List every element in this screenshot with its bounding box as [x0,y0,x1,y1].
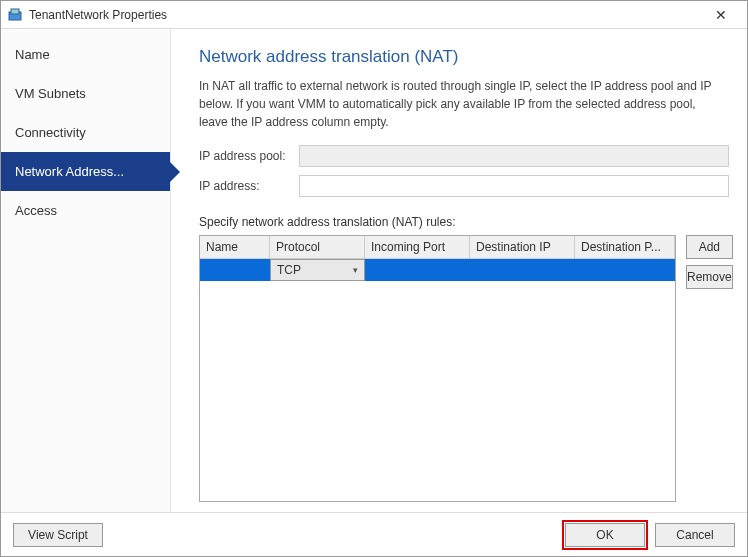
sidebar-item-vm-subnets[interactable]: VM Subnets [1,74,170,113]
cell-destination-port[interactable] [575,259,675,281]
footer: View Script OK Cancel [1,512,747,556]
chevron-down-icon: ▾ [353,265,358,275]
col-name[interactable]: Name [200,236,270,258]
remove-button[interactable]: Remove [686,265,733,289]
grid-body: TCP ▾ [200,259,675,501]
view-script-button[interactable]: View Script [13,523,103,547]
main-panel: Network address translation (NAT) In NAT… [171,29,747,512]
ok-button[interactable]: OK [565,523,645,547]
col-protocol[interactable]: Protocol [270,236,365,258]
close-icon[interactable]: ✕ [701,7,741,23]
rules-label: Specify network address translation (NAT… [199,215,729,229]
cell-protocol-value: TCP [277,263,301,277]
ip-pool-label: IP address pool: [199,149,299,163]
cell-name[interactable] [200,259,270,281]
grid-side-buttons: Add Remove [686,235,733,502]
sidebar-item-network-address[interactable]: Network Address... [1,152,170,191]
col-incoming-port[interactable]: Incoming Port [365,236,470,258]
col-destination-ip[interactable]: Destination IP [470,236,575,258]
page-title: Network address translation (NAT) [199,47,729,67]
add-button[interactable]: Add [686,235,733,259]
cancel-button[interactable]: Cancel [655,523,735,547]
titlebar: TenantNetwork Properties ✕ [1,1,747,29]
rules-area: Name Protocol Incoming Port Destination … [199,235,729,502]
window-title: TenantNetwork Properties [29,8,701,22]
dialog-body: Name VM Subnets Connectivity Network Add… [1,29,747,512]
app-icon [7,7,23,23]
col-destination-port[interactable]: Destination P... [575,236,675,258]
sidebar-item-access[interactable]: Access [1,191,170,230]
cell-protocol-dropdown[interactable]: TCP ▾ [270,259,365,281]
table-row[interactable]: TCP ▾ [200,259,675,281]
ip-pool-field[interactable] [299,145,729,167]
svg-rect-1 [11,9,19,14]
ip-pool-row: IP address pool: [199,145,729,167]
ip-address-label: IP address: [199,179,299,193]
sidebar-item-name[interactable]: Name [1,35,170,74]
sidebar-item-connectivity[interactable]: Connectivity [1,113,170,152]
page-description: In NAT all traffic to external network i… [199,77,719,131]
cell-incoming-port[interactable] [365,259,470,281]
grid-header: Name Protocol Incoming Port Destination … [200,236,675,259]
cell-destination-ip[interactable] [470,259,575,281]
ip-address-row: IP address: [199,175,729,197]
rules-grid: Name Protocol Incoming Port Destination … [199,235,676,502]
ip-address-field[interactable] [299,175,729,197]
sidebar: Name VM Subnets Connectivity Network Add… [1,29,171,512]
